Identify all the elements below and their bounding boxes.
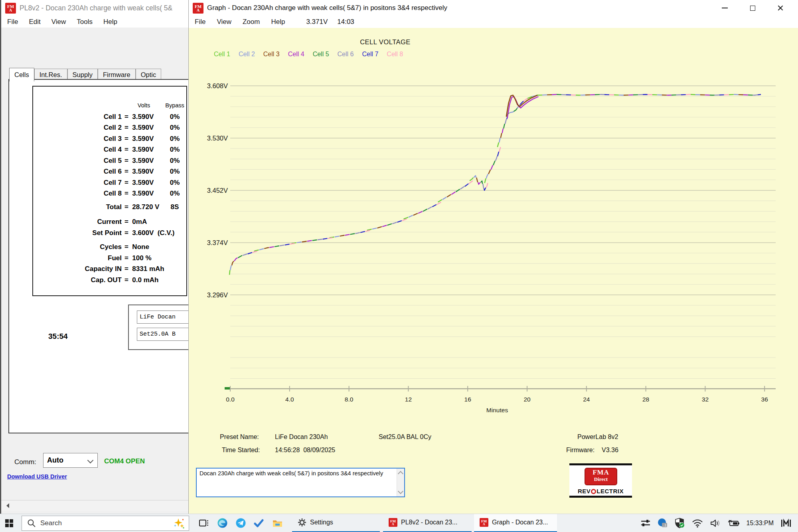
curve-common-cell8 [233,117,508,275]
graph-menu-items: FileViewZoomHelp [195,18,285,26]
total-row: Total= 28.720 V8S [33,202,186,213]
todo-button[interactable] [250,514,268,532]
firmware-version: V3.36 [602,447,618,454]
wifi-icon[interactable] [692,519,703,528]
task-view-button[interactable] [195,514,213,532]
ime-indicator-icon[interactable] [780,518,792,528]
sliders-icon[interactable] [641,519,650,527]
pl8v2-menu-view[interactable]: View [51,18,66,26]
time-started-value: 14:56:28 08/09/2025 [275,447,335,454]
edge-browser-button[interactable] [213,514,231,532]
cell-voltage-chart[interactable]: 3.608V3.530V3.452V3.374V3.296V0.04.08.01… [189,28,798,514]
taskbar-clock[interactable]: 15:33:PM [747,520,774,527]
cursor-time: 14:03 [337,18,354,26]
pl8v2-titlebar[interactable]: FM A PL8v2 - Docan 230Ah charge with wea… [1,0,192,16]
stat-row: Set Point= 3.600V (C.V.) [33,227,186,239]
stat-row: Cycles= None [33,241,186,253]
preset-mode-field[interactable]: Set25.0A B [137,328,192,341]
curve-common-cell1 [229,117,505,275]
fma-icon-text: A [9,8,12,12]
taskbar-settings-button[interactable]: Settings [292,514,380,532]
fma-app-icon: FM A [5,3,16,14]
x-tick-label: 12 [405,396,412,403]
cell-label: Cell 8 [33,188,122,199]
graph-menu-file[interactable]: File [195,18,205,26]
maximize-button[interactable] [740,0,765,16]
y-tick-label: 3.296V [207,291,228,299]
graph-titlebar[interactable]: FM A Graph - Docan 230Ah charge with wea… [189,0,798,16]
fma-revolectrix-logo: FMA Direct REVLECTRIX [569,463,632,498]
scroll-down-icon[interactable] [398,488,403,494]
notification-app-icon[interactable]: ..1 [657,518,668,528]
curve-common-cell4 [231,117,506,275]
spacer [33,100,122,111]
cell-readout-row: Cell 3= 3.590V0% [33,133,186,144]
preset-name-label: Preset Name: [220,433,259,441]
cell-readout-row: Cell 1= 3.590V0% [33,111,186,123]
cell-voltage: = 3.590V [122,133,163,144]
cell-label: Cell 4 [33,144,122,155]
preset-name-value: LiFe Docan 230Ah [275,433,328,441]
security-shield-icon[interactable] [675,518,685,528]
pl8v2-menu-edit[interactable]: Edit [29,18,40,26]
cell-bypass: 0% [163,133,186,144]
graph-window-title: Graph - Docan 230Ah charge with weak cel… [207,4,447,12]
battery-charging-icon[interactable] [728,519,740,528]
tab-cells[interactable]: Cells [9,68,34,81]
minimize-button[interactable] [712,0,737,16]
cell-voltage: = 3.590V [122,111,163,123]
scroll-left-button[interactable] [1,500,14,511]
cell-voltage: = 3.590V [122,144,163,155]
bypass-header: Bypass [163,100,186,111]
pl8v2-menu-help[interactable]: Help [103,18,117,26]
pl8v2-menu-bar: FileEditViewToolsHelp [1,16,192,28]
stat-value: = None [122,241,186,253]
curve-common-cell6 [232,117,507,275]
cell-voltage: = 3.590V [122,188,163,199]
cell-bypass: 0% [163,177,186,188]
spacer [33,238,186,241]
horizontal-scrollbar[interactable] [1,500,190,511]
pl8v2-menu-tools[interactable]: Tools [77,18,93,26]
cell-bypass: 0% [163,155,186,166]
cell-readout-panel: VoltsBypassCell 1= 3.590V0%Cell 2= 3.590… [32,86,187,296]
download-usb-driver-link[interactable]: Download USB Driver [7,473,67,480]
search-input[interactable]: Search [22,516,189,531]
cell-readout-row: Cell 4= 3.590V0% [33,144,186,155]
taskbar-pl8v2-button[interactable]: FM A PL8v2 - Docan 23... [383,514,472,532]
start-button[interactable] [0,514,18,532]
stat-row: Cap. OUT= 0.0 mAh [33,275,186,286]
gear-icon [298,518,306,527]
close-button[interactable] [768,0,793,16]
taskbar-graph-button[interactable]: FM A Graph - Docan 23... [474,514,557,532]
x-tick-label: 32 [702,396,709,403]
close-icon [777,5,784,11]
x-axis: 0.04.08.012162024283236Minutes [225,386,776,413]
cell-label: Cell 1 [33,111,122,123]
cell-voltage: = 3.590V [122,166,163,177]
readout-header-row: VoltsBypass [33,100,186,111]
file-explorer-button[interactable] [268,514,286,532]
session-note-textbox[interactable]: Docan 230Ah charge with weak cells( 5&7)… [196,468,405,497]
telegram-button[interactable] [231,514,250,532]
taskbar: Search [0,514,798,532]
graph-menu-help[interactable]: Help [271,18,285,26]
cell-label: Cell 7 [33,177,122,188]
speaker-icon[interactable] [710,518,721,528]
note-scrollbar[interactable] [397,469,404,496]
x-tick-label: 8.0 [345,396,354,403]
maximize-icon [750,6,755,11]
scroll-up-icon[interactable] [398,471,403,477]
pl8v2-menu-file[interactable]: File [7,18,18,26]
graph-menu-zoom[interactable]: Zoom [243,18,260,26]
device-name: PowerLab 8v2 [577,433,618,441]
minimize-icon [722,8,728,8]
cell-readout-row: Cell 2= 3.590V0% [33,122,186,133]
cell-bypass: 0% [163,111,186,123]
preset-name-field[interactable]: LiFe Docan [137,310,192,324]
x-tick-label: 16 [464,396,471,403]
comm-port-select[interactable]: Auto [43,453,98,468]
graph-menu-view[interactable]: View [217,18,231,26]
cell-voltage: = 3.590V [122,177,163,188]
desktop: { "left_window": { "app_icon": {"top": "… [0,0,798,532]
